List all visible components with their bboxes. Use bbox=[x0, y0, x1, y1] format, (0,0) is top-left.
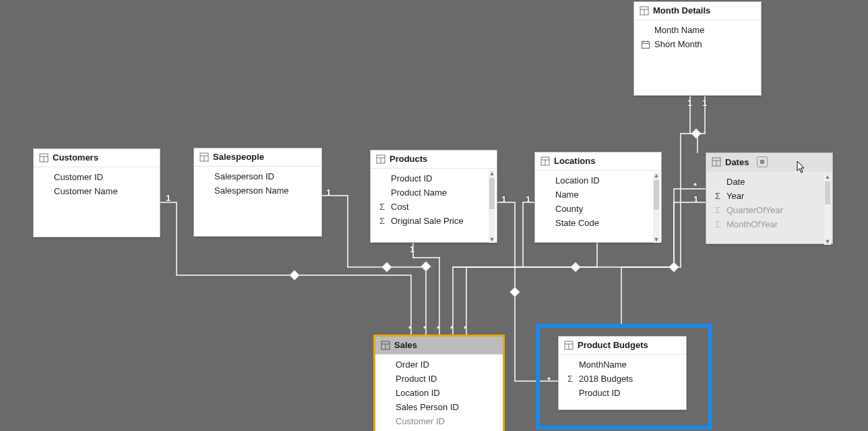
table-icon bbox=[199, 152, 209, 162]
field-row[interactable]: Order ID bbox=[375, 357, 503, 372]
field-row[interactable]: County bbox=[535, 202, 661, 216]
mouse-cursor-icon bbox=[797, 161, 806, 174]
field-row[interactable]: ΣMonthOfYear bbox=[706, 217, 832, 231]
field-label: Cost bbox=[391, 202, 409, 212]
table-month-details[interactable]: Month Details Month Name Short Month bbox=[633, 1, 762, 96]
field-label: Location ID bbox=[555, 175, 600, 185]
field-label: State Code bbox=[555, 218, 599, 228]
svg-rect-3 bbox=[510, 287, 520, 297]
table-header[interactable]: Products bbox=[371, 150, 497, 169]
field-label: Product ID bbox=[396, 374, 437, 384]
scrollbar-thumb[interactable] bbox=[489, 178, 495, 209]
table-customers[interactable]: Customers Customer ID Customer Name bbox=[33, 148, 160, 237]
table-salespeople[interactable]: Salespeople Salesperson ID Salesperson N… bbox=[193, 148, 322, 237]
field-row[interactable]: MonthName bbox=[559, 357, 686, 372]
field-row[interactable]: Sales Person ID bbox=[375, 400, 503, 414]
cardinality-many: * bbox=[450, 324, 454, 334]
field-row[interactable]: Σ2018 Budgets bbox=[559, 372, 686, 386]
table-title: Products bbox=[390, 154, 427, 164]
scroll-up-icon[interactable]: ▲ bbox=[824, 173, 831, 180]
field-row[interactable]: Location ID bbox=[535, 173, 661, 188]
scroll-down-icon[interactable]: ▼ bbox=[824, 238, 831, 245]
table-header[interactable]: Product Budgets bbox=[559, 337, 686, 355]
table-product-budgets[interactable]: Product Budgets MonthName Σ2018 Budgets … bbox=[558, 336, 687, 410]
scrollbar-thumb[interactable] bbox=[654, 180, 659, 210]
field-label: Month Name bbox=[654, 25, 704, 35]
table-header[interactable]: Salespeople bbox=[194, 148, 321, 167]
field-label: Order ID bbox=[396, 360, 429, 370]
table-icon bbox=[564, 341, 574, 350]
cardinality-many: * bbox=[464, 324, 467, 334]
table-icon bbox=[381, 341, 390, 350]
field-label: 2018 Budgets bbox=[579, 374, 633, 384]
field-row[interactable]: Customer Name bbox=[34, 184, 160, 198]
field-label: QuarterOfYear bbox=[726, 205, 783, 215]
scroll-up-icon[interactable]: ▲ bbox=[653, 172, 660, 179]
table-header[interactable]: Month Details bbox=[634, 2, 761, 20]
table-sales[interactable]: Sales Order ID Product ID Location ID Sa… bbox=[375, 336, 503, 431]
table-title: Dates bbox=[725, 157, 749, 167]
calendar-icon bbox=[641, 40, 650, 49]
sigma-icon: Σ bbox=[377, 202, 387, 212]
scrollbar-thumb[interactable] bbox=[825, 181, 830, 204]
field-row[interactable]: ΣCost bbox=[371, 200, 497, 214]
table-header[interactable]: Locations bbox=[535, 152, 661, 171]
blank-icon bbox=[641, 26, 650, 35]
cardinality-one: 1 bbox=[693, 194, 698, 204]
field-row[interactable]: Salesperson ID bbox=[194, 169, 321, 183]
field-label: Name bbox=[555, 190, 579, 200]
field-row[interactable]: Date bbox=[706, 175, 832, 189]
scrollbar[interactable]: ▲ ▼ bbox=[824, 173, 831, 245]
field-row[interactable]: Customer ID bbox=[34, 170, 160, 184]
svg-rect-1 bbox=[382, 262, 392, 272]
sigma-icon: Σ bbox=[565, 374, 575, 384]
field-row[interactable]: Product ID bbox=[371, 171, 497, 185]
model-canvas[interactable]: { "tables": { "month_details": { "title"… bbox=[0, 0, 868, 431]
scroll-up-icon[interactable]: ▲ bbox=[489, 170, 495, 177]
field-label: Short Month bbox=[654, 39, 702, 49]
field-label: Product ID bbox=[579, 388, 620, 398]
field-row[interactable]: Name bbox=[535, 188, 661, 202]
table-title: Sales bbox=[394, 340, 417, 350]
field-row[interactable]: Short Month bbox=[634, 37, 761, 51]
field-label: Salesperson ID bbox=[214, 171, 274, 181]
field-label: Product ID bbox=[391, 173, 432, 183]
cardinality-many: * bbox=[423, 324, 427, 334]
field-row[interactable]: Month Name bbox=[634, 23, 761, 37]
field-row[interactable]: ΣQuarterOfYear bbox=[706, 203, 832, 217]
field-label: Location ID bbox=[396, 388, 440, 398]
sigma-icon: Σ bbox=[377, 217, 387, 226]
field-row[interactable]: Product ID bbox=[375, 372, 503, 386]
field-label: Date bbox=[726, 177, 745, 187]
table-title: Month Details bbox=[653, 5, 710, 16]
field-row[interactable]: Location ID bbox=[375, 386, 503, 400]
field-row[interactable]: State Code bbox=[535, 216, 661, 230]
field-row[interactable]: Customer ID bbox=[375, 414, 503, 428]
field-row[interactable]: ΣOriginal Sale Price bbox=[371, 214, 497, 228]
field-row[interactable]: ΣYear bbox=[706, 189, 832, 203]
scroll-down-icon[interactable]: ▼ bbox=[489, 236, 495, 243]
table-dates[interactable]: Dates Date ΣYear ΣQuarterOfYear ΣMonthOf… bbox=[706, 152, 833, 244]
field-row[interactable]: Product ID bbox=[559, 386, 686, 400]
field-label: Product Name bbox=[391, 188, 447, 198]
cardinality-one: 1 bbox=[526, 194, 530, 204]
svg-rect-6 bbox=[691, 129, 701, 138]
svg-rect-10 bbox=[642, 41, 650, 48]
scrollbar[interactable]: ▲ ▼ bbox=[489, 170, 495, 243]
field-row[interactable]: Salesperson Name bbox=[194, 183, 321, 198]
table-products[interactable]: Products Product ID Product Name ΣCost Σ… bbox=[370, 150, 497, 243]
table-header[interactable]: Customers bbox=[34, 149, 160, 167]
sigma-icon: Σ bbox=[713, 206, 722, 215]
scroll-down-icon[interactable]: ▼ bbox=[653, 236, 660, 243]
cardinality-one: 1 bbox=[687, 98, 692, 108]
table-icon bbox=[640, 6, 649, 16]
scrollbar[interactable]: ▲ ▼ bbox=[653, 172, 660, 243]
table-icon bbox=[712, 157, 721, 167]
table-header[interactable]: Sales bbox=[375, 337, 503, 355]
table-icon bbox=[376, 154, 385, 164]
svg-rect-5 bbox=[669, 262, 679, 272]
field-row[interactable]: Product Name bbox=[371, 185, 497, 200]
table-locations[interactable]: Locations Location ID Name County State … bbox=[534, 152, 662, 243]
cardinality-one: 1 bbox=[166, 193, 170, 203]
table-header[interactable]: Dates bbox=[706, 153, 832, 172]
